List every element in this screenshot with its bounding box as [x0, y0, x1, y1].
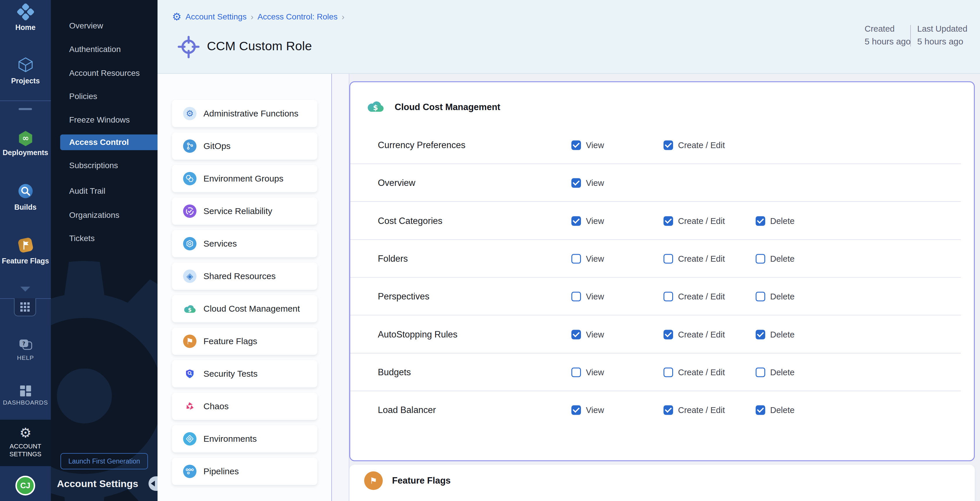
module-label-builds[interactable]: Builds [0, 203, 51, 211]
checkbox-checked[interactable] [663, 330, 673, 339]
permission-delete[interactable]: Delete [756, 254, 795, 263]
checkbox-checked[interactable] [571, 216, 581, 226]
resource-group-environments[interactable]: Environments [172, 425, 317, 452]
collapse-nav-button[interactable] [148, 476, 158, 491]
checkbox-unchecked[interactable] [571, 292, 581, 301]
role-crosshair-icon [177, 35, 201, 60]
module-label-deployments[interactable]: Deployments [0, 148, 51, 157]
sidebar-item-account-settings[interactable]: ⚙ ACCOUNT SETTINGS [0, 420, 51, 466]
checkbox-unchecked[interactable] [756, 254, 765, 263]
permission-view[interactable]: View [571, 292, 604, 301]
permission-create-edit[interactable]: Create / Edit [663, 292, 725, 301]
feature-flags-icon: ⚑ [364, 471, 383, 490]
nav-item-overview[interactable]: Overview [51, 18, 158, 34]
checkbox-unchecked[interactable] [663, 254, 673, 263]
nav-item-subscriptions[interactable]: Subscriptions [51, 158, 158, 173]
hex-group-icon [183, 172, 196, 185]
resource-group-feature-flags[interactable]: ⚑Feature Flags [172, 328, 317, 355]
settings-nav: ⚙ OverviewAuthenticationAccount Resource… [51, 0, 158, 501]
checkbox-checked[interactable] [571, 406, 581, 415]
resource-group-chaos[interactable]: Chaos [172, 393, 317, 420]
permission-view[interactable]: View [571, 406, 604, 415]
permission-label: Create / Edit [678, 330, 725, 339]
checkbox-checked[interactable] [571, 178, 581, 188]
checkbox-unchecked[interactable] [663, 368, 673, 377]
permission-delete[interactable]: Delete [756, 216, 795, 226]
resource-group-cloud-cost-management[interactable]: $Cloud Cost Management [172, 295, 317, 322]
help-label[interactable]: HELP [0, 354, 51, 361]
column-splitter[interactable] [331, 74, 349, 501]
cube-icon[interactable] [0, 56, 51, 73]
resource-group-environment-groups[interactable]: Environment Groups [172, 165, 317, 192]
permission-label: View [586, 178, 604, 188]
harness-logo-icon[interactable] [0, 3, 51, 21]
module-label-home[interactable]: Home [0, 23, 51, 32]
permission-create-edit[interactable]: Create / Edit [663, 330, 725, 339]
checkbox-checked[interactable] [756, 216, 765, 226]
permission-delete[interactable]: Delete [756, 330, 795, 339]
builds-icon[interactable] [0, 183, 51, 200]
resource-group-pipelines[interactable]: Pipelines [172, 458, 317, 485]
hex-infinity-icon[interactable]: ∞ [0, 130, 51, 147]
permission-view[interactable]: View [571, 330, 604, 339]
git-icon [183, 140, 196, 153]
svg-text:?: ? [22, 340, 25, 347]
permission-view[interactable]: View [571, 141, 604, 150]
nav-item-access-control[interactable]: Access Control [60, 135, 158, 150]
checkbox-checked[interactable] [663, 141, 673, 150]
checkbox-checked[interactable] [571, 141, 581, 150]
permission-view[interactable]: View [571, 254, 604, 263]
permission-create-edit[interactable]: Create / Edit [663, 141, 725, 150]
resource-group-security-tests[interactable]: Security Tests [172, 360, 317, 387]
resource-group-administrative-functions[interactable]: ⚙Administrative Functions [172, 100, 317, 127]
permission-create-edit[interactable]: Create / Edit [663, 406, 725, 415]
checkbox-checked[interactable] [756, 406, 765, 415]
resource-group-service-reliability[interactable]: Service Reliability [172, 198, 317, 225]
flag-tile-icon[interactable] [0, 236, 51, 254]
nav-item-authentication[interactable]: Authentication [51, 41, 158, 57]
checkbox-checked[interactable] [663, 216, 673, 226]
avatar[interactable]: CJ [15, 476, 35, 495]
module-label-projects[interactable]: Projects [0, 77, 51, 85]
permission-delete[interactable]: Delete [756, 368, 795, 377]
cloud-dollar-icon: $ [183, 302, 196, 316]
permission-view[interactable]: View [571, 368, 604, 377]
permission-view[interactable]: View [571, 216, 604, 226]
nav-item-policies[interactable]: Policies [51, 89, 158, 104]
resource-group-label: Environment Groups [204, 174, 283, 184]
resource-group-shared-resources[interactable]: ◈Shared Resources [172, 263, 317, 290]
resource-group-label: Feature Flags [204, 336, 257, 346]
permission-create-edit[interactable]: Create / Edit [663, 368, 725, 377]
nav-item-freeze-windows[interactable]: Freeze Windows [51, 112, 158, 128]
checkbox-unchecked[interactable] [756, 292, 765, 301]
permission-view[interactable]: View [571, 178, 604, 188]
breadcrumb-access-control-roles[interactable]: Access Control: Roles [258, 12, 337, 22]
nav-item-audit-trail[interactable]: Audit Trail [51, 183, 158, 199]
nav-item-account-resources[interactable]: Account Resources [51, 65, 158, 81]
resource-group-services[interactable]: Services [172, 230, 317, 257]
checkbox-unchecked[interactable] [756, 368, 765, 377]
checkbox-unchecked[interactable] [571, 254, 581, 263]
dashboards-label[interactable]: DASHBOARDS [0, 399, 51, 406]
dashboards-icon[interactable] [0, 384, 51, 398]
permission-row-currency-preferences: Currency PreferencesViewCreate / Edit [350, 126, 974, 164]
checkbox-checked[interactable] [663, 406, 673, 415]
chevron-down-icon[interactable] [20, 287, 30, 292]
resource-group-gitops[interactable]: GitOps [172, 132, 317, 160]
nav-item-organizations[interactable]: Organizations [51, 208, 158, 223]
module-label-feature-flags[interactable]: Feature Flags [0, 257, 51, 265]
permission-create-edit[interactable]: Create / Edit [663, 254, 725, 263]
permission-create-edit[interactable]: Create / Edit [663, 216, 725, 226]
permission-delete[interactable]: Delete [756, 406, 795, 415]
breadcrumb-account-settings[interactable]: Account Settings [185, 12, 247, 22]
checkbox-unchecked[interactable] [571, 368, 581, 377]
permission-delete[interactable]: Delete [756, 292, 795, 301]
help-icon[interactable]: ? [0, 339, 51, 352]
checkbox-unchecked[interactable] [663, 292, 673, 301]
checkbox-checked[interactable] [571, 330, 581, 339]
launch-first-generation-button[interactable]: Launch First Generation [60, 453, 148, 469]
checkbox-checked[interactable] [756, 330, 765, 339]
module-grid-button[interactable] [14, 298, 36, 316]
nav-item-tickets[interactable]: Tickets [51, 231, 158, 246]
last-updated-value: 5 hours ago [917, 36, 963, 46]
